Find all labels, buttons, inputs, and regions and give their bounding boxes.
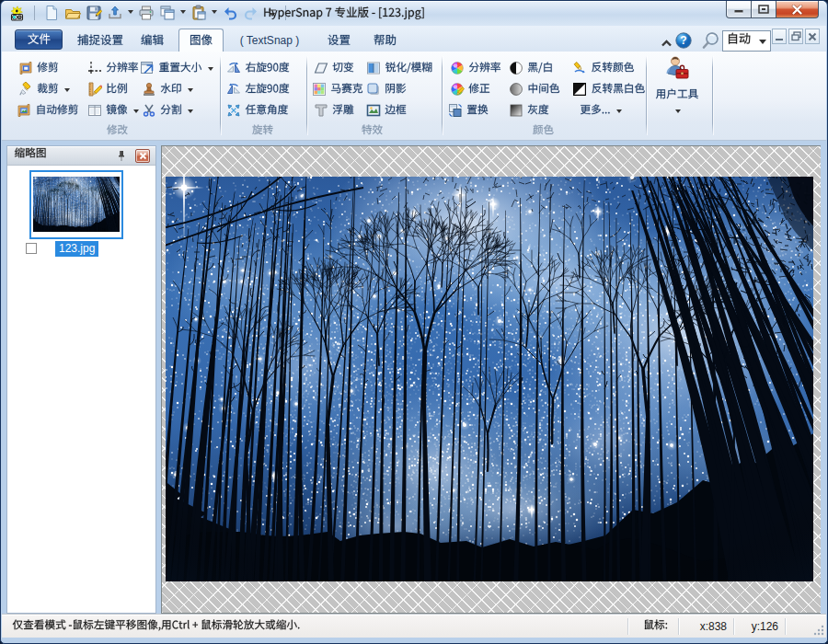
svg-text:?: ?	[680, 34, 686, 47]
